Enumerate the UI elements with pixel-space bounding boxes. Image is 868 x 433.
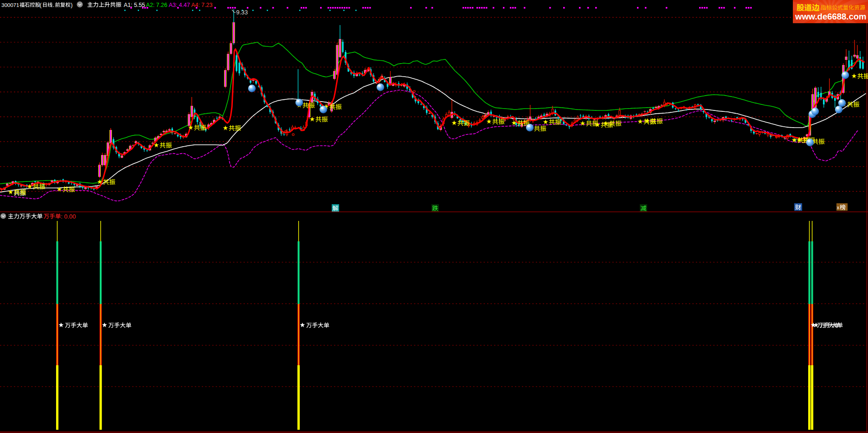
svg-text:300071: 300071 <box>1 2 19 8</box>
svg-text:9.33: 9.33 <box>236 9 248 16</box>
svg-text:A3: 4.47: A3: 4.47 <box>169 2 190 8</box>
svg-text:: 0.00: : 0.00 <box>61 213 76 220</box>
svg-text:.: . <box>53 2 54 8</box>
svg-text:A2: 7.26: A2: 7.26 <box>146 2 167 8</box>
svg-text:A1: 5.55: A1: 5.55 <box>124 2 145 8</box>
svg-text:x: x <box>837 205 839 210</box>
svg-text:): ) <box>71 2 73 8</box>
svg-text:(: ( <box>40 2 42 8</box>
svg-text:A4: 7.23: A4: 7.23 <box>191 2 212 8</box>
svg-text:www.de6688.com: www.de6688.com <box>795 12 867 21</box>
